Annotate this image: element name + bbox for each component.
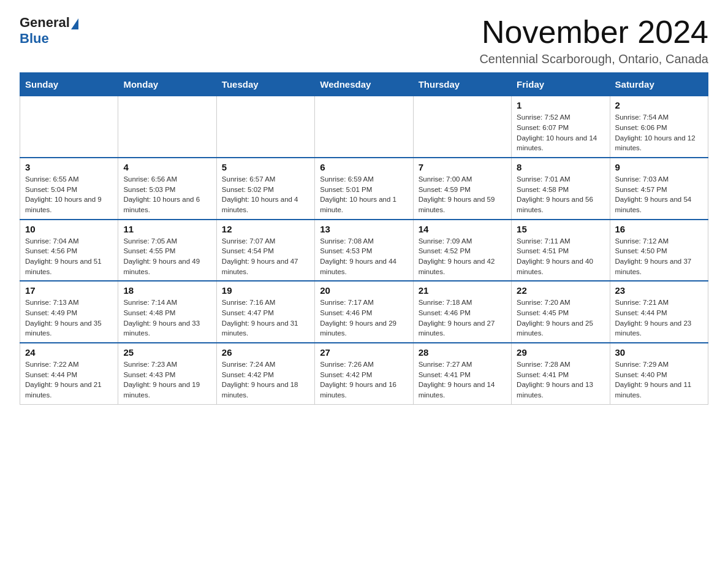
day-number: 21 xyxy=(419,285,506,296)
day-cell: 30Sunrise: 7:29 AMSunset: 4:40 PMDayligh… xyxy=(610,343,708,404)
day-info: Sunrise: 6:56 AMSunset: 5:03 PMDaylight:… xyxy=(123,174,211,215)
day-cell: 27Sunrise: 7:26 AMSunset: 4:42 PMDayligh… xyxy=(315,343,413,404)
day-info: Sunrise: 7:14 AMSunset: 4:48 PMDaylight:… xyxy=(123,297,211,339)
day-info: Sunrise: 7:23 AMSunset: 4:43 PMDaylight:… xyxy=(123,359,211,400)
week-row-1: 1Sunrise: 7:52 AMSunset: 6:07 PMDaylight… xyxy=(20,96,708,158)
day-number: 11 xyxy=(123,224,211,234)
page-header: General Blue November 2024 Centennial Sc… xyxy=(20,15,708,66)
day-number: 7 xyxy=(419,162,506,172)
day-info: Sunrise: 7:17 AMSunset: 4:46 PMDaylight:… xyxy=(320,297,408,339)
day-cell xyxy=(413,96,511,158)
week-row-2: 3Sunrise: 6:55 AMSunset: 5:04 PMDaylight… xyxy=(20,158,708,220)
day-number: 29 xyxy=(517,347,604,358)
logo-triangle-icon xyxy=(71,18,78,29)
title-area: November 2024 Centennial Scarborough, On… xyxy=(479,15,708,66)
day-number: 5 xyxy=(222,162,309,172)
day-cell xyxy=(315,96,413,158)
calendar-header-sunday: Sunday xyxy=(20,73,118,96)
week-row-5: 24Sunrise: 7:22 AMSunset: 4:44 PMDayligh… xyxy=(20,343,708,404)
day-number: 20 xyxy=(320,285,408,296)
day-cell: 25Sunrise: 7:23 AMSunset: 4:43 PMDayligh… xyxy=(118,343,216,404)
day-number: 27 xyxy=(320,347,408,358)
calendar-header-saturday: Saturday xyxy=(610,73,708,96)
day-cell: 12Sunrise: 7:07 AMSunset: 4:54 PMDayligh… xyxy=(216,220,314,282)
day-info: Sunrise: 7:28 AMSunset: 4:41 PMDaylight:… xyxy=(517,359,604,400)
day-number: 1 xyxy=(517,100,604,110)
day-number: 17 xyxy=(25,285,113,296)
day-info: Sunrise: 7:00 AMSunset: 4:59 PMDaylight:… xyxy=(419,174,506,215)
day-info: Sunrise: 7:24 AMSunset: 4:42 PMDaylight:… xyxy=(222,359,309,400)
day-cell: 4Sunrise: 6:56 AMSunset: 5:03 PMDaylight… xyxy=(118,158,216,220)
day-cell: 19Sunrise: 7:16 AMSunset: 4:47 PMDayligh… xyxy=(216,281,314,343)
calendar-header-monday: Monday xyxy=(118,73,216,96)
day-info: Sunrise: 6:55 AMSunset: 5:04 PMDaylight:… xyxy=(25,174,113,215)
day-number: 14 xyxy=(419,224,506,234)
day-info: Sunrise: 7:27 AMSunset: 4:41 PMDaylight:… xyxy=(419,359,506,400)
day-info: Sunrise: 7:07 AMSunset: 4:54 PMDaylight:… xyxy=(222,236,309,277)
day-cell xyxy=(216,96,314,158)
day-number: 13 xyxy=(320,224,408,234)
day-number: 19 xyxy=(222,285,309,296)
day-number: 25 xyxy=(123,347,211,358)
day-cell: 26Sunrise: 7:24 AMSunset: 4:42 PMDayligh… xyxy=(216,343,314,404)
day-cell: 10Sunrise: 7:04 AMSunset: 4:56 PMDayligh… xyxy=(20,220,118,282)
day-info: Sunrise: 7:18 AMSunset: 4:46 PMDaylight:… xyxy=(419,297,506,339)
day-cell: 13Sunrise: 7:08 AMSunset: 4:53 PMDayligh… xyxy=(315,220,413,282)
week-row-4: 17Sunrise: 7:13 AMSunset: 4:49 PMDayligh… xyxy=(20,281,708,343)
day-cell: 16Sunrise: 7:12 AMSunset: 4:50 PMDayligh… xyxy=(610,220,708,282)
day-info: Sunrise: 7:04 AMSunset: 4:56 PMDaylight:… xyxy=(25,236,113,277)
day-number: 4 xyxy=(123,162,211,172)
day-cell: 5Sunrise: 6:57 AMSunset: 5:02 PMDaylight… xyxy=(216,158,314,220)
day-cell: 6Sunrise: 6:59 AMSunset: 5:01 PMDaylight… xyxy=(315,158,413,220)
day-info: Sunrise: 7:22 AMSunset: 4:44 PMDaylight:… xyxy=(25,359,113,400)
day-number: 22 xyxy=(517,285,604,296)
logo: General Blue xyxy=(20,15,80,47)
day-info: Sunrise: 7:20 AMSunset: 4:45 PMDaylight:… xyxy=(517,297,604,339)
calendar-table: SundayMondayTuesdayWednesdayThursdayFrid… xyxy=(20,72,708,404)
day-cell: 23Sunrise: 7:21 AMSunset: 4:44 PMDayligh… xyxy=(610,281,708,343)
day-info: Sunrise: 6:57 AMSunset: 5:02 PMDaylight:… xyxy=(222,174,309,215)
day-info: Sunrise: 7:13 AMSunset: 4:49 PMDaylight:… xyxy=(25,297,113,339)
day-cell: 15Sunrise: 7:11 AMSunset: 4:51 PMDayligh… xyxy=(512,220,610,282)
day-number: 3 xyxy=(25,162,113,172)
day-cell: 20Sunrise: 7:17 AMSunset: 4:46 PMDayligh… xyxy=(315,281,413,343)
day-cell xyxy=(118,96,216,158)
day-cell xyxy=(20,96,118,158)
day-cell: 28Sunrise: 7:27 AMSunset: 4:41 PMDayligh… xyxy=(413,343,511,404)
calendar-header-thursday: Thursday xyxy=(413,73,511,96)
day-cell: 22Sunrise: 7:20 AMSunset: 4:45 PMDayligh… xyxy=(512,281,610,343)
month-title: November 2024 xyxy=(479,15,708,50)
day-number: 28 xyxy=(419,347,506,358)
day-cell: 9Sunrise: 7:03 AMSunset: 4:57 PMDaylight… xyxy=(610,158,708,220)
day-info: Sunrise: 7:29 AMSunset: 4:40 PMDaylight:… xyxy=(615,359,703,400)
calendar-header-row: SundayMondayTuesdayWednesdayThursdayFrid… xyxy=(20,73,708,96)
day-info: Sunrise: 7:03 AMSunset: 4:57 PMDaylight:… xyxy=(615,174,703,215)
day-info: Sunrise: 7:08 AMSunset: 4:53 PMDaylight:… xyxy=(320,236,408,277)
logo-general-text: General xyxy=(20,15,70,31)
day-cell: 24Sunrise: 7:22 AMSunset: 4:44 PMDayligh… xyxy=(20,343,118,404)
day-cell: 1Sunrise: 7:52 AMSunset: 6:07 PMDaylight… xyxy=(512,96,610,158)
day-number: 10 xyxy=(25,224,113,234)
day-info: Sunrise: 7:54 AMSunset: 6:06 PMDaylight:… xyxy=(615,112,703,153)
day-info: Sunrise: 7:26 AMSunset: 4:42 PMDaylight:… xyxy=(320,359,408,400)
day-number: 26 xyxy=(222,347,309,358)
day-number: 24 xyxy=(25,347,113,358)
location-title: Centennial Scarborough, Ontario, Canada xyxy=(479,52,708,66)
day-cell: 3Sunrise: 6:55 AMSunset: 5:04 PMDaylight… xyxy=(20,158,118,220)
day-cell: 18Sunrise: 7:14 AMSunset: 4:48 PMDayligh… xyxy=(118,281,216,343)
calendar-header-wednesday: Wednesday xyxy=(315,73,413,96)
day-cell: 17Sunrise: 7:13 AMSunset: 4:49 PMDayligh… xyxy=(20,281,118,343)
day-info: Sunrise: 7:52 AMSunset: 6:07 PMDaylight:… xyxy=(517,112,604,153)
day-info: Sunrise: 7:21 AMSunset: 4:44 PMDaylight:… xyxy=(615,297,703,339)
day-number: 6 xyxy=(320,162,408,172)
day-info: Sunrise: 7:05 AMSunset: 4:55 PMDaylight:… xyxy=(123,236,211,277)
day-info: Sunrise: 7:09 AMSunset: 4:52 PMDaylight:… xyxy=(419,236,506,277)
day-cell: 2Sunrise: 7:54 AMSunset: 6:06 PMDaylight… xyxy=(610,96,708,158)
day-cell: 7Sunrise: 7:00 AMSunset: 4:59 PMDaylight… xyxy=(413,158,511,220)
day-info: Sunrise: 7:01 AMSunset: 4:58 PMDaylight:… xyxy=(517,174,604,215)
day-number: 30 xyxy=(615,347,703,358)
calendar-header-tuesday: Tuesday xyxy=(216,73,314,96)
day-cell: 29Sunrise: 7:28 AMSunset: 4:41 PMDayligh… xyxy=(512,343,610,404)
day-info: Sunrise: 7:16 AMSunset: 4:47 PMDaylight:… xyxy=(222,297,309,339)
day-number: 12 xyxy=(222,224,309,234)
